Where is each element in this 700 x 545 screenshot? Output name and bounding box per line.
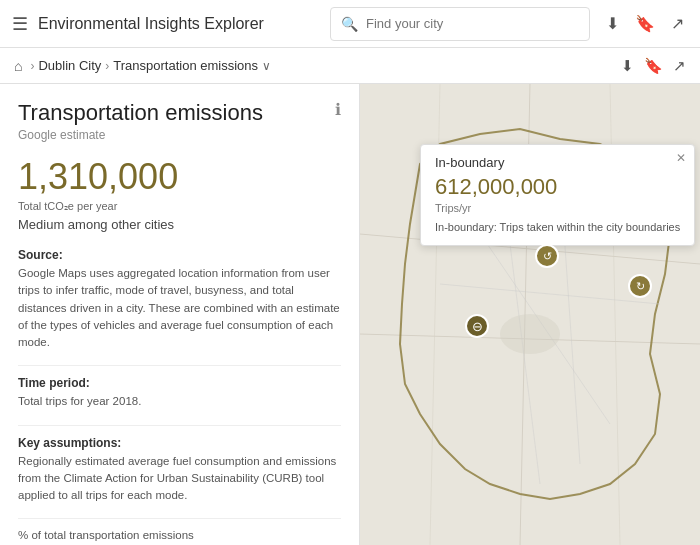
tooltip-close-button[interactable]: ✕ — [676, 151, 686, 165]
header: ☰ Environmental Insights Explorer 🔍 ⬇ 🔖 … — [0, 0, 700, 48]
breadcrumb-separator-2: › — [105, 59, 109, 73]
chart-label-0: % of total transportation emissions — [18, 529, 194, 541]
map-pin-3[interactable]: ↻ — [628, 274, 652, 298]
divider-3 — [18, 518, 341, 519]
info-icon[interactable]: ℹ — [335, 100, 341, 119]
tooltip-title: In-boundary — [435, 155, 680, 170]
pin-3-icon: ↻ — [636, 280, 645, 293]
time-text: Total trips for year 2018. — [18, 393, 341, 410]
source-label: Source: — [18, 248, 341, 262]
bookmark-icon[interactable]: 🔖 — [631, 10, 659, 37]
pin-2-icon: ↺ — [543, 250, 552, 263]
breadcrumb-section[interactable]: Transportation emissions ∨ — [113, 58, 271, 73]
download-icon[interactable]: ⬇ — [602, 10, 623, 37]
city-name: Dublin City — [38, 58, 101, 73]
header-actions: ⬇ 🔖 ↗ — [602, 10, 688, 37]
breadcrumb-bookmark-icon[interactable]: 🔖 — [644, 57, 663, 75]
pin-1-icon: ⊖ — [472, 319, 483, 334]
menu-icon[interactable]: ☰ — [12, 13, 28, 35]
divider-1 — [18, 365, 341, 366]
search-input[interactable] — [366, 16, 579, 31]
time-label: Time period: — [18, 376, 341, 390]
breadcrumb: ⌂ › Dublin City › Transportation emissio… — [0, 48, 700, 84]
assumptions-label: Key assumptions: — [18, 436, 341, 450]
charts-section: % of total transportation emissions43% I… — [18, 529, 341, 545]
map-tooltip: ✕ In-boundary 612,000,000 Trips/yr In-bo… — [420, 144, 695, 246]
main-metric: 1,310,000 — [18, 156, 341, 198]
chevron-down-icon: ∨ — [262, 59, 271, 73]
source-block: Source: Google Maps uses aggregated loca… — [18, 248, 341, 351]
breadcrumb-share-icon[interactable]: ↗ — [673, 57, 686, 75]
svg-point-10 — [500, 314, 560, 354]
section-name: Transportation emissions — [113, 58, 258, 73]
metric-label: Total tCO₂e per year — [18, 200, 341, 213]
share-icon[interactable]: ↗ — [667, 10, 688, 37]
time-block: Time period: Total trips for year 2018. — [18, 376, 341, 410]
app-title: Environmental Insights Explorer — [38, 15, 330, 33]
left-panel: ℹ Transportation emissions Google estima… — [0, 84, 360, 545]
page-title: Transportation emissions — [18, 100, 341, 126]
home-icon[interactable]: ⌂ — [14, 58, 22, 74]
chart-0: % of total transportation emissions43% I… — [18, 529, 341, 545]
main-content: ℹ Transportation emissions Google estima… — [0, 84, 700, 545]
breadcrumb-download-icon[interactable]: ⬇ — [621, 57, 634, 75]
tooltip-description: In-boundary: Trips taken within the city… — [435, 220, 680, 235]
assumptions-block: Key assumptions: Regionally estimated av… — [18, 436, 341, 505]
search-bar[interactable]: 🔍 — [330, 7, 590, 41]
map-pin-2[interactable]: ↺ — [535, 244, 559, 268]
assumptions-text: Regionally estimated average fuel consum… — [18, 453, 341, 505]
rank-text: Medium among other cities — [18, 217, 341, 232]
source-text: Google Maps uses aggregated location inf… — [18, 265, 341, 351]
tooltip-unit: Trips/yr — [435, 202, 680, 214]
breadcrumb-separator: › — [30, 59, 34, 73]
map-pin-1[interactable]: ⊖ — [465, 314, 489, 338]
breadcrumb-city[interactable]: Dublin City — [38, 58, 101, 73]
map-background: ✕ In-boundary 612,000,000 Trips/yr In-bo… — [360, 84, 700, 545]
tooltip-number: 612,000,000 — [435, 174, 680, 200]
search-icon: 🔍 — [341, 16, 358, 32]
page-subtitle: Google estimate — [18, 128, 341, 142]
breadcrumb-actions: ⬇ 🔖 ↗ — [621, 57, 686, 75]
map-panel: ✕ In-boundary 612,000,000 Trips/yr In-bo… — [360, 84, 700, 545]
divider-2 — [18, 425, 341, 426]
